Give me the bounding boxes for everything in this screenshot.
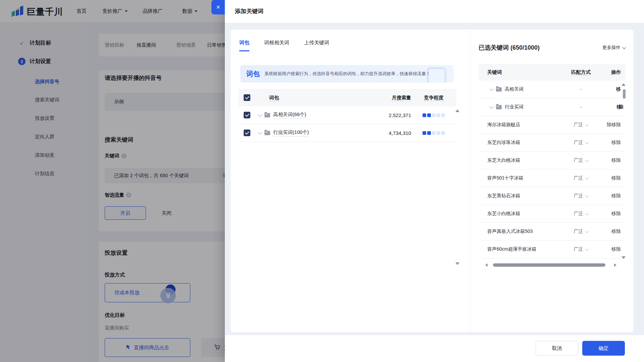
match-type-dropdown[interactable]: 广泛 — [574, 211, 588, 217]
folder-icon — [496, 105, 502, 109]
chevron-down-icon — [585, 176, 589, 179]
competition-column-header: 竞争程度 — [424, 95, 444, 101]
word-package-banner: 词包 系统根据用户搜索行为，优选抖音号相应的词包，助力提升选词效率，快速获得流量… — [240, 65, 454, 83]
selected-keywords-pane: 已选关键词 (650/1000) 更多操作 关键词 匹配方式 操作 高相 — [470, 30, 634, 332]
package-name[interactable]: 行业买词(100个) — [273, 129, 309, 137]
match-type: - — [580, 87, 582, 92]
table-row: 行业买词 - 移除 — [479, 98, 626, 116]
package-table-header: 词包 月搜索量 竞争程度 — [238, 89, 456, 106]
cancel-button[interactable]: 取消 — [536, 341, 578, 356]
modal-header: 添加关键词 — [225, 0, 644, 23]
scroll-up-icon[interactable] — [455, 109, 459, 112]
chevron-down-icon[interactable] — [258, 112, 262, 117]
scroll-up-icon[interactable] — [622, 83, 626, 86]
monthly-search-volume: 4,734,310 — [389, 130, 411, 136]
group-name: 行业买词 — [505, 104, 524, 110]
confirm-button[interactable]: 确定 — [582, 341, 625, 356]
remove-button[interactable]: 移除 — [611, 175, 626, 181]
scroll-down-icon[interactable] — [622, 256, 626, 259]
remove-button[interactable]: 移除 — [616, 104, 626, 110]
keyword-text: 东芝黑钻石冰箱 — [479, 193, 562, 199]
remove-button[interactable]: 移除 — [611, 246, 626, 252]
table-row: 东芝白珍珠冰箱 广泛 移除 — [479, 134, 626, 152]
monthly-search-volume: 2,522,371 — [389, 112, 411, 118]
chevron-down-icon[interactable] — [489, 87, 494, 91]
package-column-header: 词包 — [253, 95, 357, 101]
chevron-down-icon — [585, 229, 589, 233]
table-row: 东芝黑钻石冰箱 广泛 移除 — [479, 187, 626, 205]
scroll-right-icon[interactable] — [614, 263, 616, 267]
table-row: 容声真嵌入式冰箱503 广泛 移除 — [479, 223, 626, 241]
competition-indicator — [423, 131, 445, 135]
scroll-down-icon[interactable] — [455, 262, 459, 265]
modal-footer: 取消 确定 — [225, 335, 644, 362]
keyword-source-tabs: 词包 词根相关词 上传关键词 — [239, 40, 329, 51]
remove-button[interactable]: 移除 — [611, 157, 626, 163]
modal-title: 添加关键词 — [235, 0, 263, 23]
match-type-dropdown[interactable]: 广泛 — [574, 193, 588, 199]
table-row: 海尔冰箱旗舰店 广泛 除移除 — [479, 116, 626, 134]
vertical-scrollbar[interactable] — [623, 89, 626, 99]
table-row: 容声60cm超薄平嵌冰箱 广泛 移除 — [479, 241, 626, 258]
remove-button[interactable]: 移除 — [611, 211, 626, 217]
match-type-dropdown[interactable]: 广泛 — [574, 175, 588, 181]
match-type-dropdown[interactable]: 广泛 — [574, 140, 588, 146]
package-name[interactable]: 高相关词(66个) — [273, 111, 306, 119]
keyword-column-header: 关键词 — [479, 69, 562, 75]
horizontal-scrollbar[interactable] — [493, 263, 605, 267]
match-type-dropdown[interactable]: 广泛 — [574, 122, 588, 128]
match-type-dropdown[interactable]: 广泛 — [574, 157, 588, 163]
select-all-checkbox[interactable] — [244, 94, 250, 101]
chevron-down-icon — [585, 122, 589, 126]
chevron-down-icon — [585, 247, 589, 251]
keyword-text: 东芝白珍珠冰箱 — [479, 140, 562, 146]
modal-body: 词包 词根相关词 上传关键词 词包 系统根据用户搜索行为，优选抖音号相应的词包，… — [225, 23, 644, 335]
tab-word-package[interactable]: 词包 — [239, 40, 249, 51]
tab-upload-keywords[interactable]: 上传关键词 — [304, 40, 329, 51]
chevron-down-icon — [585, 211, 589, 215]
keyword-text: 海尔冰箱旗舰店 — [479, 122, 562, 128]
match-type-dropdown[interactable]: 广泛 — [574, 228, 588, 235]
tab-root-related[interactable]: 词根相关词 — [264, 40, 289, 51]
row-checkbox[interactable] — [244, 130, 250, 136]
row-checkbox[interactable] — [244, 112, 250, 118]
action-column-header: 操作 — [611, 69, 626, 75]
word-package-badge: 词包 — [246, 69, 260, 79]
add-keywords-modal: × 添加关键词 词包 词根相关词 上传关键词 词包 系统根据用户搜索行为，优选抖… — [225, 0, 644, 362]
remove-button[interactable]: 移除 — [611, 228, 626, 235]
keyword-text: 容声501十字冰箱 — [479, 175, 562, 181]
competition-indicator — [423, 113, 445, 117]
more-actions-dropdown[interactable]: 更多操作 — [602, 45, 626, 51]
table-row: 东芝小白桃冰箱 广泛 移除 — [479, 205, 626, 223]
chevron-down-icon — [585, 140, 589, 144]
keyword-text: 东芝大白桃冰箱 — [479, 157, 562, 163]
table-row: 高相关词 - 移 — [479, 81, 626, 98]
remove-button[interactable]: 移除 — [611, 140, 626, 146]
keyword-text: 容声60cm超薄平嵌冰箱 — [479, 246, 562, 252]
banner-text: 系统根据用户搜索行为，优选抖音号相应的词包，助力提升选词效率，快速获得流量！ — [264, 71, 430, 77]
chevron-down-icon — [622, 45, 626, 49]
word-package-pane: 词包 词根相关词 上传关键词 词包 系统根据用户搜索行为，优选抖音号相应的词包，… — [231, 30, 470, 332]
close-icon[interactable]: × — [211, 0, 225, 14]
group-name: 高相关词 — [505, 86, 524, 92]
table-row[interactable]: 行业买词(100个) 4,734,310 — [238, 124, 456, 142]
chevron-down-icon — [585, 194, 589, 197]
match-type-dropdown[interactable]: 广泛 — [574, 246, 588, 252]
folder-icon — [264, 113, 270, 117]
selected-table-header: 关键词 匹配方式 操作 — [479, 64, 626, 81]
folder-icon — [264, 131, 270, 135]
remove-button[interactable]: 除移除 — [607, 122, 626, 128]
remove-button[interactable]: 移除 — [611, 193, 626, 199]
table-row: 东芝大白桃冰箱 广泛 移除 — [479, 152, 626, 169]
keyword-text: 容声真嵌入式冰箱503 — [479, 228, 562, 235]
table-row[interactable]: 高相关词(66个) 2,522,371 — [238, 106, 456, 124]
table-row: 容声501十字冰箱 广泛 移除 — [479, 169, 626, 187]
folder-icon — [496, 87, 502, 92]
scroll-left-icon[interactable] — [485, 263, 488, 267]
chevron-down-icon — [585, 158, 589, 162]
modal-card: 词包 词根相关词 上传关键词 词包 系统根据用户搜索行为，优选抖音号相应的词包，… — [231, 30, 634, 332]
chevron-down-icon[interactable] — [489, 104, 494, 109]
keyword-text: 东芝小白桃冰箱 — [479, 211, 562, 217]
chevron-down-icon[interactable] — [258, 130, 262, 135]
match-column-header: 匹配方式 — [571, 69, 591, 75]
